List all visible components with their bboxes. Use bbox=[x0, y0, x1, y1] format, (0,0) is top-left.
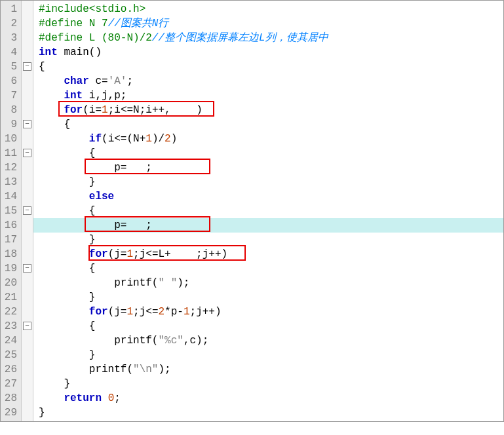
token-kw: else bbox=[89, 191, 114, 202]
code-line: } bbox=[39, 377, 503, 391]
token-op: ; bbox=[108, 104, 115, 116]
token-pp: #include bbox=[39, 3, 89, 15]
token-kw: return bbox=[64, 392, 107, 404]
token-op: = ; bbox=[121, 219, 152, 231]
line-number: 14 bbox=[3, 189, 17, 204]
line-number: 15 bbox=[3, 204, 17, 218]
token-nu: 2 bbox=[158, 306, 165, 318]
line-number: 17 bbox=[3, 233, 17, 247]
token-br: { bbox=[64, 119, 70, 130]
token-op: ; bbox=[133, 248, 140, 260]
token-op: = bbox=[121, 248, 127, 260]
token-id: i,j,p; bbox=[89, 90, 127, 102]
token-kw: for bbox=[89, 248, 108, 260]
token-op: ; bbox=[184, 277, 190, 289]
fold-toggle-icon[interactable]: − bbox=[23, 264, 31, 273]
fold-toggle-icon[interactable]: − bbox=[23, 62, 31, 71]
token-op: ++ bbox=[203, 306, 215, 318]
code-line: } bbox=[39, 348, 503, 362]
code-line: #define N 7//图案共N行 bbox=[39, 16, 503, 31]
token-id: j bbox=[203, 248, 209, 260]
token-id: printf bbox=[89, 364, 127, 375]
token-op: - bbox=[177, 306, 184, 318]
token-br: ) bbox=[158, 364, 165, 375]
token-id: p bbox=[114, 162, 121, 174]
token-br: ) bbox=[171, 133, 178, 145]
token-id: i bbox=[114, 104, 121, 116]
token-br: { bbox=[39, 61, 45, 73]
token-br: ( bbox=[83, 104, 89, 116]
token-id: L bbox=[158, 248, 165, 260]
token-br: () bbox=[89, 47, 102, 58]
token-id: main bbox=[64, 47, 88, 58]
code-line: { bbox=[39, 146, 503, 161]
token-op: / bbox=[158, 133, 165, 145]
code-area: #include<stdio.h>#define N 7//图案共N行#defi… bbox=[33, 1, 503, 421]
code-line: p= ; bbox=[33, 218, 503, 233]
token-st: " " bbox=[158, 277, 177, 289]
line-number: 1 bbox=[3, 2, 17, 16]
token-op: = bbox=[95, 104, 102, 116]
line-number: 7 bbox=[3, 88, 17, 103]
line-number: 19 bbox=[3, 261, 17, 276]
token-nu: 2 bbox=[165, 133, 171, 145]
token-pp: <stdio.h> bbox=[89, 3, 145, 15]
line-number: 18 bbox=[3, 247, 17, 261]
code-line: #define L (80-N)/2//整个图案据屏幕左边L列，使其居中 bbox=[39, 31, 503, 45]
code-line: for(j=1;j<=L+ ;j++) bbox=[39, 247, 503, 261]
code-line: for(i=1;i<=N;i++, ) bbox=[39, 103, 503, 117]
token-op: ; bbox=[203, 335, 209, 347]
code-line: } bbox=[39, 233, 503, 247]
token-op: = bbox=[121, 306, 127, 318]
line-number: 5 bbox=[3, 60, 17, 74]
fold-toggle-icon[interactable]: − bbox=[23, 322, 31, 330]
line-number: 26 bbox=[3, 362, 17, 377]
token-kw: int bbox=[39, 47, 64, 58]
token-cm: //整个图案据屏幕左边L列，使其居中 bbox=[152, 32, 328, 44]
line-number-gutter: 1234567891011121314151617181920212223242… bbox=[1, 1, 22, 421]
code-line: { bbox=[39, 319, 503, 333]
code-line: } bbox=[39, 406, 503, 420]
line-number: 23 bbox=[3, 319, 17, 333]
token-br: { bbox=[89, 263, 96, 274]
token-kw: for bbox=[64, 104, 83, 116]
token-op: + bbox=[140, 133, 146, 145]
token-br: ( bbox=[126, 133, 133, 145]
token-id: c bbox=[189, 335, 196, 347]
line-number: 25 bbox=[3, 348, 17, 362]
token-id: j bbox=[114, 306, 121, 318]
token-id: j bbox=[114, 248, 121, 260]
token-nu: 1 bbox=[184, 306, 190, 318]
token-br: } bbox=[89, 349, 96, 361]
token-br: ( bbox=[126, 364, 133, 375]
token-id: N bbox=[133, 133, 140, 145]
token-br: { bbox=[89, 205, 96, 217]
token-op: * bbox=[165, 306, 171, 318]
code-line: for(j=1;j<=2*p-1;j++) bbox=[39, 305, 503, 319]
code-line: else bbox=[39, 189, 503, 204]
token-st: "\n" bbox=[133, 364, 158, 375]
code-line: if(i<=(N+1)/2) bbox=[39, 132, 503, 146]
token-br: } bbox=[89, 234, 96, 246]
line-number: 29 bbox=[3, 406, 17, 420]
token-id: printf bbox=[114, 277, 152, 289]
token-nu: 1 bbox=[102, 104, 108, 116]
token-br: ( bbox=[108, 306, 115, 318]
token-pp: #define L (80-N)/2 bbox=[39, 32, 152, 44]
token-br: } bbox=[39, 407, 45, 419]
fold-toggle-icon[interactable]: − bbox=[23, 206, 31, 215]
token-op: ; bbox=[126, 75, 133, 87]
token-pp: #define N 7 bbox=[39, 18, 108, 29]
line-number: 16 bbox=[3, 218, 17, 233]
token-op: + ; bbox=[165, 248, 203, 260]
token-br: ) bbox=[222, 248, 228, 260]
fold-toggle-icon[interactable]: − bbox=[23, 120, 31, 128]
line-number: 21 bbox=[3, 290, 17, 305]
line-number: 10 bbox=[3, 132, 17, 146]
line-number: 11 bbox=[3, 146, 17, 161]
token-id: p bbox=[171, 306, 178, 318]
code-line: #include<stdio.h> bbox=[39, 2, 503, 16]
token-op: <= bbox=[145, 306, 158, 318]
token-kw: if bbox=[89, 133, 102, 145]
fold-toggle-icon[interactable]: − bbox=[23, 149, 31, 157]
